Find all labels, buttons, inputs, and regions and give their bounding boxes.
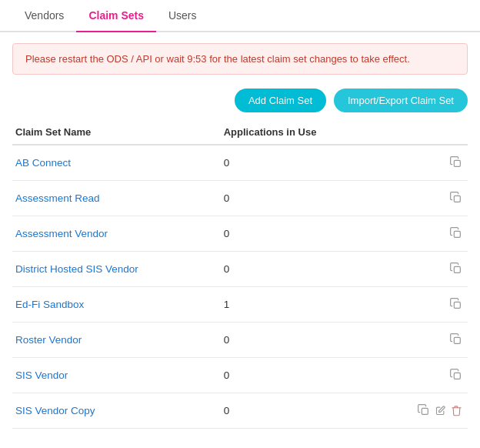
claim-set-link[interactable]: Ed-Fi Sandbox: [15, 299, 84, 310]
add-claim-set-button[interactable]: Add Claim Set: [235, 89, 326, 112]
claim-set-link[interactable]: Assessment Read: [15, 192, 100, 204]
apps-in-use: 1: [218, 287, 380, 323]
edit-icon[interactable]: [432, 403, 448, 418]
table-row: SIS Vendor0: [12, 358, 468, 393]
delete-icon[interactable]: [448, 403, 465, 418]
copy-icon[interactable]: [448, 261, 465, 276]
claim-set-link[interactable]: SIS Vendor Copy: [15, 405, 95, 416]
row-actions: [380, 252, 468, 287]
row-actions: [380, 181, 468, 216]
tab-users[interactable]: Users: [156, 0, 209, 32]
import-export-button[interactable]: Import/Export Claim Set: [334, 89, 468, 112]
copy-icon[interactable]: [448, 226, 465, 241]
table-row: SIS Vendor Copy0: [12, 393, 468, 429]
apps-in-use: 0: [218, 181, 380, 216]
table-row: Assessment Vendor0: [12, 216, 468, 252]
claim-set-link[interactable]: District Hosted SIS Vendor: [15, 263, 138, 275]
apps-in-use: 0: [218, 145, 380, 181]
svg-rect-3: [454, 266, 460, 272]
copy-icon[interactable]: [448, 367, 465, 383]
restart-alert: Please restart the ODS / API or wait 9:5…: [12, 43, 468, 75]
col-header-name: Claim Set Name: [12, 120, 218, 145]
table-row: Roster Vendor0: [12, 323, 468, 358]
apps-in-use: 0: [218, 358, 380, 393]
row-actions: [380, 287, 468, 323]
claim-set-link[interactable]: SIS Vendor: [15, 369, 68, 381]
svg-rect-6: [454, 373, 460, 379]
tabs-bar: Vendors Claim Sets Users: [0, 0, 480, 32]
claim-set-link[interactable]: Assessment Vendor: [15, 228, 108, 239]
copy-icon[interactable]: [448, 190, 465, 206]
apps-in-use: 0: [218, 323, 380, 358]
apps-in-use: 0: [218, 216, 380, 252]
row-actions: [380, 393, 468, 429]
copy-icon[interactable]: [448, 296, 465, 312]
col-header-actions: [380, 120, 468, 145]
table-row: Assessment Read0: [12, 181, 468, 216]
alert-message: Please restart the ODS / API or wait 9:5…: [25, 53, 410, 65]
row-actions: [380, 216, 468, 252]
toolbar: Add Claim Set Import/Export Claim Set: [0, 85, 480, 120]
copy-icon[interactable]: [415, 403, 432, 418]
svg-rect-0: [454, 160, 460, 166]
copy-icon[interactable]: [448, 332, 465, 347]
copy-icon[interactable]: [448, 155, 465, 170]
svg-rect-1: [454, 196, 460, 202]
row-actions: [380, 323, 468, 358]
claim-set-link[interactable]: AB Connect: [15, 157, 71, 169]
table-row: District Hosted SIS Vendor0: [12, 252, 468, 287]
svg-rect-5: [454, 337, 460, 343]
tab-claim-sets[interactable]: Claim Sets: [76, 0, 156, 32]
apps-in-use: 0: [218, 252, 380, 287]
table-row: AB Connect0: [12, 145, 468, 181]
tab-vendors[interactable]: Vendors: [12, 0, 76, 32]
claim-sets-table: Claim Set Name Applications in Use AB Co…: [12, 120, 468, 429]
svg-rect-2: [454, 231, 460, 237]
claim-set-link[interactable]: Roster Vendor: [15, 334, 82, 346]
row-actions: [380, 358, 468, 393]
apps-in-use: 0: [218, 393, 380, 429]
claim-sets-table-container: Claim Set Name Applications in Use AB Co…: [0, 120, 480, 429]
svg-rect-4: [454, 302, 460, 308]
col-header-apps: Applications in Use: [218, 120, 380, 145]
row-actions: [380, 145, 468, 181]
svg-rect-7: [422, 408, 428, 414]
table-row: Ed-Fi Sandbox1: [12, 287, 468, 323]
